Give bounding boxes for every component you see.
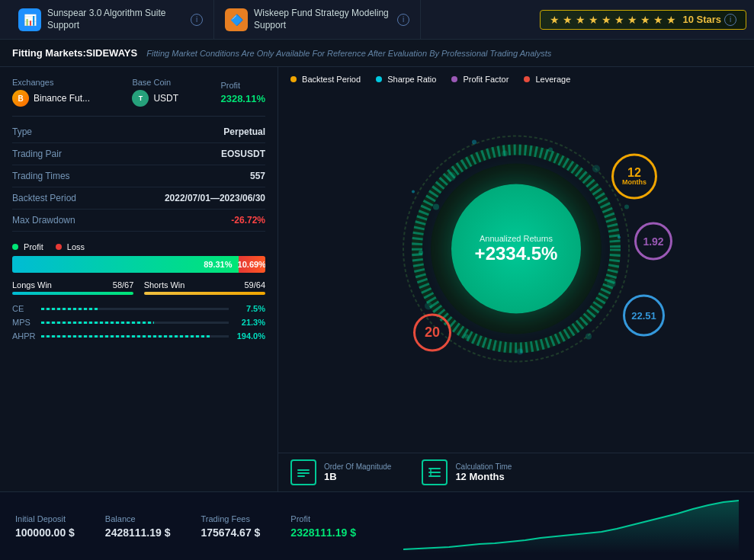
usdt-logo: T <box>132 90 149 107</box>
loss-bar: 10.69% <box>239 256 265 273</box>
svg-rect-21 <box>297 475 305 477</box>
star9: ★ <box>653 14 663 26</box>
right-bottom-stats: Order Of Magnitude 1B Calculation Time 1… <box>278 453 754 491</box>
trading-fees-stat: Trading Fees 175674.67 $ <box>201 514 261 539</box>
svg-point-14 <box>548 147 553 152</box>
balance-value: 2428111.19 $ <box>105 526 171 539</box>
type-value: Perpetual <box>223 126 265 137</box>
star6: ★ <box>614 14 624 26</box>
svg-point-10 <box>607 278 616 287</box>
order-magnitude-text: Order Of Magnitude 1B <box>324 462 391 482</box>
svg-point-13 <box>502 150 508 156</box>
star1: ★ <box>550 14 560 26</box>
profit-label-dot: Profit <box>12 242 43 251</box>
trading-fees-label: Trading Fees <box>201 514 261 523</box>
star7: ★ <box>627 14 637 26</box>
balance-stat: Balance 2428111.19 $ <box>105 514 171 539</box>
backtest-row: Backtest Period 2022/07/01—2023/06/30 <box>12 187 265 210</box>
tab2-icon: 🔷 <box>225 8 248 31</box>
pl-labels: Profit Loss <box>12 242 265 251</box>
trading-pair-label: Trading Pair <box>12 149 62 159</box>
ahpr-label: AHPR <box>12 331 41 341</box>
svg-point-15 <box>412 190 415 193</box>
trading-fees-value: 175674.67 $ <box>201 526 261 539</box>
basecoin-label: Base Coin <box>132 78 178 87</box>
order-magnitude-value: 1B <box>324 471 391 482</box>
footer-stats: Initial Deposit 100000.00 $ Balance 2428… <box>15 514 403 539</box>
mps-bar <box>41 322 154 324</box>
shorts-bar <box>144 292 265 295</box>
svg-point-4 <box>433 203 439 210</box>
backtest-dot <box>290 76 297 82</box>
trading-times-value: 557 <box>250 171 265 181</box>
tab2-info-icon[interactable]: i <box>397 14 409 26</box>
fitting-bar: Fitting Markets:SIDEWAYS Fitting Market … <box>0 40 754 67</box>
profit-stat: Profit 2328111.19 $ <box>290 514 356 539</box>
initial-deposit-label: Initial Deposit <box>15 514 75 523</box>
backtest-value: 2022/07/01—2023/06/30 <box>165 193 265 203</box>
drawdown-value: -26.72% <box>231 215 265 226</box>
metrics-section: CE 7.5% MPS 21.3% AHPR 194.0% <box>12 304 265 341</box>
loss-dot <box>56 244 62 250</box>
ahpr-row: AHPR 194.0% <box>12 331 265 341</box>
chart-area: Annualized Returns +2334.5% 12 Months 1.… <box>290 90 742 430</box>
svg-point-12 <box>592 165 600 172</box>
top-bar: 📊 Sunspear 3.0 Algorithm Suite Support i… <box>0 0 754 40</box>
profit-footer-label: Profit <box>290 514 356 523</box>
loss-label-dot: Loss <box>56 242 85 251</box>
tab1-info-icon[interactable]: i <box>191 14 203 26</box>
profit-label: Profit <box>220 81 265 90</box>
type-label: Type <box>12 126 32 137</box>
profit-dot <box>12 244 18 250</box>
svg-point-5 <box>447 171 456 181</box>
star8: ★ <box>640 14 650 26</box>
calc-time-label: Calculation Time <box>455 462 512 471</box>
ce-value: 7.5% <box>229 304 265 313</box>
shorts-win-section: Shorts Win 59/64 <box>144 280 265 295</box>
svg-point-18 <box>517 348 523 354</box>
exchange-value: Binance Fut... <box>34 93 90 104</box>
star2: ★ <box>563 14 573 26</box>
profit-footer-value: 2328111.19 $ <box>290 526 356 539</box>
left-panel: Exchanges B Binance Fut... Base Coin T U… <box>0 67 278 491</box>
backtest-label: Backtest Period <box>12 193 76 203</box>
tab2[interactable]: 🔷 Wiskeep Fund Strategy Modeling Support… <box>214 0 421 39</box>
calc-time-value: 12 Months <box>455 471 512 482</box>
star3: ★ <box>576 14 586 26</box>
longs-bar <box>12 292 133 295</box>
trading-pair-row: Trading Pair EOSUSDT <box>12 143 265 165</box>
star4: ★ <box>589 14 598 26</box>
star5: ★ <box>602 14 611 26</box>
profit-factor-dot <box>451 76 457 82</box>
stars-section: ★ ★ ★ ★ ★ ★ ★ ★ ★ ★ 10 Stars i <box>540 10 746 30</box>
drawdown-label: Max Drawdown <box>12 215 75 226</box>
svg-rect-19 <box>297 469 310 471</box>
svg-point-8 <box>464 334 469 338</box>
tab1-label: Sunspear 3.0 Algorithm Suite Support <box>47 8 184 31</box>
footer-chart <box>403 500 739 553</box>
calc-time-text: Calculation Time 12 Months <box>455 462 512 482</box>
mps-bar-container <box>41 322 229 324</box>
fitting-desc: Fitting Market Conditions Are Only Avail… <box>146 49 551 58</box>
ce-bar <box>41 308 98 310</box>
leverage-dot <box>524 76 530 82</box>
ce-label: CE <box>12 304 41 313</box>
legend-backtest: Backtest Period <box>290 75 361 84</box>
tab2-label: Wiskeep Fund Strategy Modeling Support <box>254 8 391 31</box>
ahpr-bar-container <box>41 335 229 338</box>
stars-info-icon[interactable]: i <box>724 14 736 26</box>
mps-row: MPS 21.3% <box>12 318 265 327</box>
order-magnitude-icon <box>290 459 316 485</box>
longs-win-section: Longs Win 58/67 <box>12 280 133 295</box>
profit-col: Profit 2328.11% <box>220 81 265 104</box>
ahpr-value: 194.0% <box>229 331 265 341</box>
center-circle: Annualized Returns +2334.5% <box>451 184 581 313</box>
tab1-icon: 📊 <box>18 8 41 31</box>
exchange-label: Exchanges <box>12 78 90 87</box>
tab1[interactable]: 📊 Sunspear 3.0 Algorithm Suite Support i <box>8 0 214 39</box>
trading-times-row: Trading Times 557 <box>12 165 265 187</box>
trading-times-label: Trading Times <box>12 171 70 181</box>
stars-label: 10 Stars <box>682 14 721 25</box>
calc-time-stat: Calculation Time 12 Months <box>422 459 512 485</box>
legend-leverage: Leverage <box>524 75 570 84</box>
